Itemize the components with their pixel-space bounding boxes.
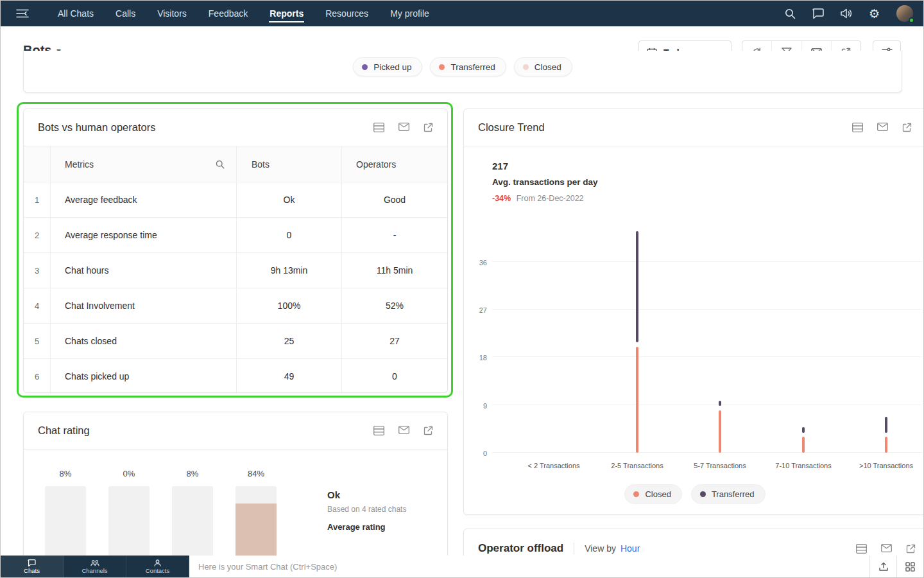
y-axis-tick-label: 9 [472, 402, 487, 410]
row-number: 6 [24, 359, 51, 394]
expand-tray-icon [878, 562, 889, 572]
table-view-button[interactable] [852, 123, 863, 132]
operators-cell: 0 [342, 359, 447, 394]
rating-caption: Based on 4 rated chats [327, 505, 406, 514]
y-axis-tick-label: 0 [472, 450, 487, 457]
stat-label: Avg. transactions per day [492, 177, 598, 187]
operators-cell: 52% [342, 288, 447, 323]
transferred-dot-icon [700, 491, 706, 497]
bots-cell: 0 [237, 218, 342, 252]
footer-tab-contacts[interactable]: Contacts [126, 556, 189, 577]
mail-icon [398, 426, 409, 435]
legend-chip-closed[interactable]: Closed [624, 484, 681, 504]
metrics-column-header: Metrics [51, 146, 237, 182]
nav-item-visitors[interactable]: Visitors [146, 1, 198, 26]
gridline [492, 356, 922, 357]
metric-cell: Chat Involvement [51, 288, 237, 323]
footer-tab-label: Contacts [146, 567, 170, 574]
apps-grid-icon [905, 562, 915, 572]
card-title: Operator offload [478, 542, 563, 555]
metrics-header-label: Metrics [65, 159, 94, 170]
operators-cell: Good [342, 182, 447, 217]
table-row: 5 Chats closed 25 27 [24, 323, 447, 358]
footer-tab-chats[interactable]: Chats [1, 556, 64, 577]
search-icon [785, 8, 796, 19]
legend-label: Transferred [712, 489, 755, 499]
email-button[interactable] [398, 426, 409, 435]
x-category-label: < 2 Transactions [512, 462, 595, 469]
legend-chip-transferred[interactable]: Transferred [691, 484, 766, 504]
open-external-button[interactable] [902, 123, 912, 132]
top-navbar: All Chats Calls Visitors Feedback Report… [1, 1, 923, 26]
row-number-header [24, 146, 51, 182]
view-by-hour-link[interactable]: Hour [620, 543, 640, 554]
legend-label: Closed [535, 62, 561, 72]
menu-toggle-button[interactable] [16, 9, 29, 18]
x-category-label: 5-7 Transactions [678, 462, 762, 469]
mail-icon [877, 123, 888, 132]
table-view-button[interactable] [373, 426, 384, 435]
table-row: 1 Average feedback Ok Good [24, 182, 447, 217]
row-number: 3 [24, 253, 51, 288]
open-external-button[interactable] [906, 544, 916, 554]
rating-percent-label: 0% [108, 469, 150, 478]
card-actions [852, 123, 912, 132]
gridline [492, 405, 922, 405]
settings-button[interactable]: ⚙ [869, 8, 880, 20]
email-button[interactable] [881, 544, 892, 554]
email-button[interactable] [877, 123, 888, 132]
view-by-label: View by [585, 543, 616, 554]
nav-item-all-chats[interactable]: All Chats [47, 1, 105, 26]
rating-percent-label: 84% [235, 469, 277, 478]
card-header: Closure Trend [464, 109, 924, 146]
closure-trend-legend: Closed Transferred [464, 484, 924, 504]
expand-tray-button[interactable] [869, 556, 896, 577]
card-title: Chat rating [38, 425, 90, 437]
legend-chip-transferred[interactable]: Transferred [430, 57, 506, 76]
apps-button[interactable] [896, 556, 923, 577]
external-link-icon [906, 544, 916, 554]
divider [574, 543, 574, 554]
user-avatar[interactable] [896, 5, 913, 22]
legend-chip-closed[interactable]: Closed [514, 57, 572, 76]
nav-item-resources[interactable]: Resources [314, 1, 379, 26]
table-icon [856, 544, 867, 554]
nav-item-calls[interactable]: Calls [105, 1, 146, 26]
contacts-icon [154, 559, 161, 566]
metric-cell: Chats closed [51, 324, 237, 358]
feedback-message-button[interactable] [812, 8, 824, 19]
smart-chat-footer: Chats Channels Contacts [1, 556, 923, 577]
nav-item-my-profile[interactable]: My profile [379, 1, 440, 26]
search-icon[interactable] [216, 160, 225, 169]
table-view-button[interactable] [856, 544, 867, 554]
row-number: 5 [24, 324, 51, 358]
stat-value: 217 [492, 161, 598, 171]
card-actions [373, 426, 433, 435]
bots-cell: 9h 13min [237, 253, 342, 288]
transferred-dot-icon [439, 64, 445, 70]
footer-tab-channels[interactable]: Channels [64, 556, 126, 577]
card-title: Bots vs human operators [38, 121, 155, 134]
bar-transferred [636, 231, 638, 343]
nav-item-feedback[interactable]: Feedback [198, 1, 259, 26]
email-button[interactable] [398, 123, 409, 132]
open-external-button[interactable] [424, 123, 433, 132]
bots-cell: 49 [237, 359, 342, 394]
table-view-button[interactable] [373, 123, 384, 132]
metric-cell: Average feedback [51, 182, 237, 217]
app: All Chats Calls Visitors Feedback Report… [0, 0, 924, 578]
legend-label: Closed [645, 489, 671, 499]
card-actions [856, 544, 916, 554]
sound-button[interactable] [841, 8, 852, 19]
table-row: 6 Chats picked up 49 0 [24, 358, 447, 394]
bar-closed [802, 437, 805, 453]
nav-item-reports[interactable]: Reports [259, 1, 314, 26]
channels-icon [90, 559, 99, 566]
smart-chat-input[interactable] [189, 556, 869, 577]
rating-value: Ok [327, 489, 406, 500]
row-number: 1 [24, 182, 51, 217]
table-row: 4 Chat Involvement 100% 52% [24, 288, 447, 323]
search-button[interactable] [785, 8, 796, 19]
open-external-button[interactable] [424, 426, 433, 435]
legend-chip-picked-up[interactable]: Picked up [353, 57, 422, 76]
